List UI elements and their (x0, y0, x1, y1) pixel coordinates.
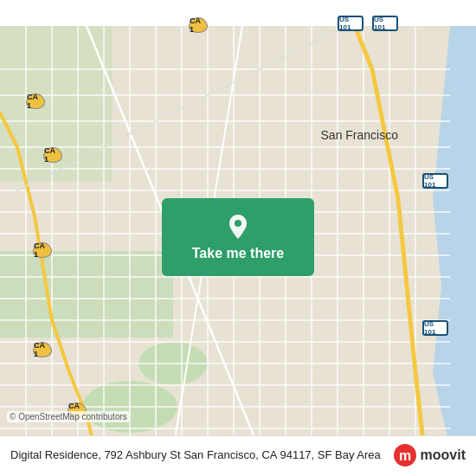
map-container[interactable]: San Francisco US 101 US 101 US 101 US 10… (0, 0, 476, 476)
moovit-icon: m (393, 443, 417, 467)
highway-badge-us101-4: US 101 (422, 320, 448, 336)
highway-badge-ca1-3: CA 1 (43, 147, 62, 163)
map-attribution: © OpenStreetMap contributors (7, 411, 130, 422)
bottom-bar: Digital Residence, 792 Ashbury St San Fr… (0, 435, 476, 476)
address-text: Digital Residence, 792 Ashbury St San Fr… (10, 447, 384, 463)
highway-badge-ca1-4: CA 1 (33, 242, 52, 258)
highway-badge-us101-2: US 101 (372, 16, 398, 31)
svg-point-43 (235, 220, 241, 227)
map-pin-icon (224, 213, 252, 241)
highway-badge-ca1-2: CA 1 (26, 93, 45, 109)
moovit-wordmark: moovit (421, 447, 466, 463)
svg-text:m: m (398, 448, 410, 463)
button-label: Take me there (192, 246, 284, 261)
moovit-logo[interactable]: m moovit (393, 443, 466, 467)
highway-badge-ca1-1: CA 1 (189, 17, 208, 33)
highway-badge-ca1-5: CA 1 (33, 342, 52, 357)
take-me-there-button[interactable]: Take me there (162, 198, 314, 276)
highway-badge-us101-3: US 101 (422, 173, 448, 189)
highway-badge-us101-1: US 101 (338, 16, 363, 31)
